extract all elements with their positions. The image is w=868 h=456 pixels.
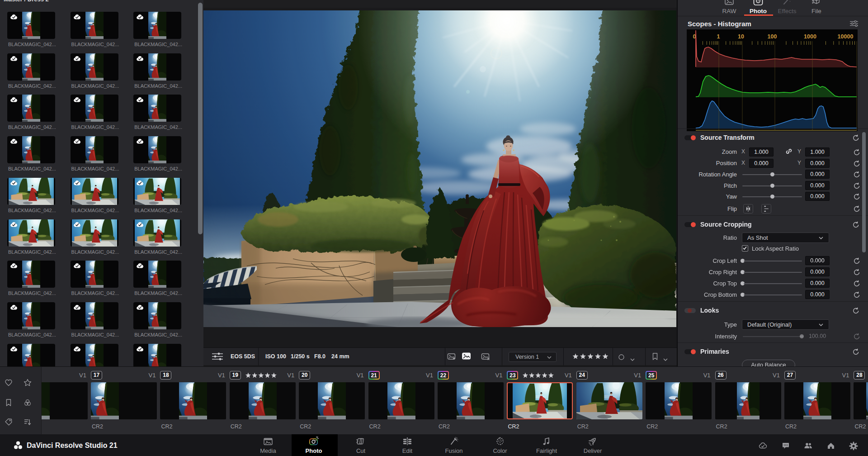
svg-text:1000: 1000 [804,33,816,40]
svg-text:10: 10 [738,33,744,40]
svg-text:10000: 10000 [838,33,854,40]
svg-text:1: 1 [717,33,720,40]
svg-text:100: 100 [768,33,777,40]
